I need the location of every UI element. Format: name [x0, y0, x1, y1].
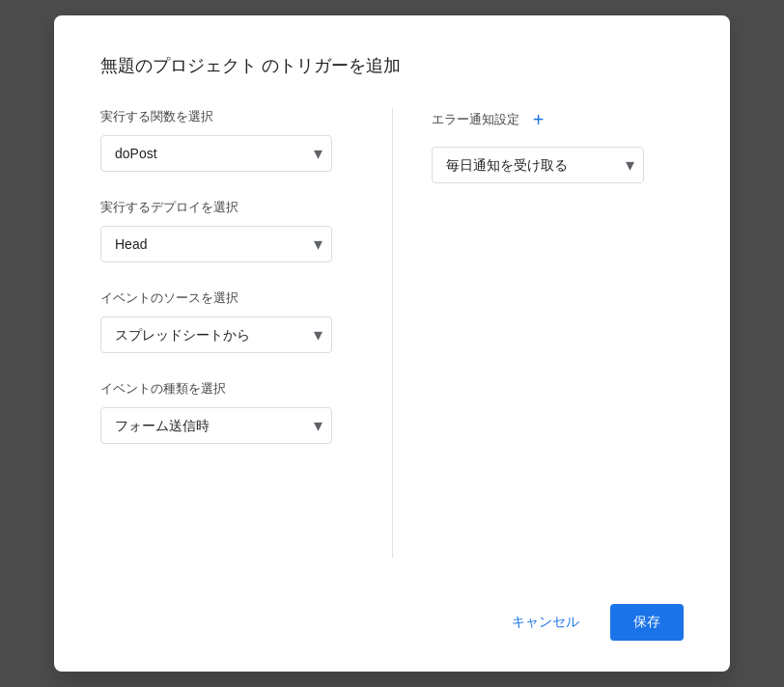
function-field-group: 実行する関数を選択 doPost doGet myFunction ▾ [100, 108, 353, 172]
dialog-footer: キャンセル 保存 [100, 589, 684, 641]
deploy-select-wrapper: Head 最新バージョン ▾ [100, 226, 332, 262]
dialog-body: 実行する関数を選択 doPost doGet myFunction ▾ 実行する… [100, 108, 684, 558]
event-source-select-wrapper: スプレッドシートから フォームから カレンダーから ドキュメントから ▾ [100, 316, 332, 353]
function-select[interactable]: doPost doGet myFunction [100, 135, 332, 172]
deploy-field-group: 実行するデプロイを選択 Head 最新バージョン ▾ [100, 199, 353, 262]
deploy-label: 実行するデプロイを選択 [100, 199, 353, 216]
cancel-button[interactable]: キャンセル [496, 606, 595, 639]
dialog-title: 無題のプロジェクト のトリガーを追加 [100, 54, 684, 77]
event-source-select[interactable]: スプレッドシートから フォームから カレンダーから ドキュメントから [100, 316, 332, 353]
left-panel: 実行する関数を選択 doPost doGet myFunction ▾ 実行する… [100, 108, 393, 558]
save-button[interactable]: 保存 [610, 604, 684, 641]
deploy-select[interactable]: Head 最新バージョン [100, 226, 332, 262]
function-label: 実行する関数を選択 [100, 108, 353, 125]
event-source-label: イベントのソースを選択 [100, 289, 353, 307]
notification-select[interactable]: 毎日通知を受け取る 毎週通知を受け取る すぐに通知を受け取る 通知なし [432, 147, 644, 183]
right-panel: エラー通知設定 + 毎日通知を受け取る 毎週通知を受け取る すぐに通知を受け取る… [393, 108, 685, 558]
notification-select-wrapper: 毎日通知を受け取る 毎週通知を受け取る すぐに通知を受け取る 通知なし ▾ [432, 147, 644, 183]
event-type-select[interactable]: フォーム送信時 編集時 変更時 起動時 [100, 407, 332, 444]
dialog: 無題のプロジェクト のトリガーを追加 実行する関数を選択 doPost doGe… [54, 15, 730, 672]
function-select-wrapper: doPost doGet myFunction ▾ [100, 135, 332, 172]
error-section-title: エラー通知設定 [432, 111, 519, 128]
error-section-header: エラー通知設定 + [432, 108, 685, 131]
event-type-select-wrapper: フォーム送信時 編集時 変更時 起動時 ▾ [100, 407, 332, 444]
add-error-notification-button[interactable]: + [527, 108, 550, 131]
event-type-field-group: イベントの種類を選択 フォーム送信時 編集時 変更時 起動時 ▾ [100, 380, 353, 444]
event-source-field-group: イベントのソースを選択 スプレッドシートから フォームから カレンダーから ドキ… [100, 289, 353, 353]
event-type-label: イベントの種類を選択 [100, 380, 353, 398]
